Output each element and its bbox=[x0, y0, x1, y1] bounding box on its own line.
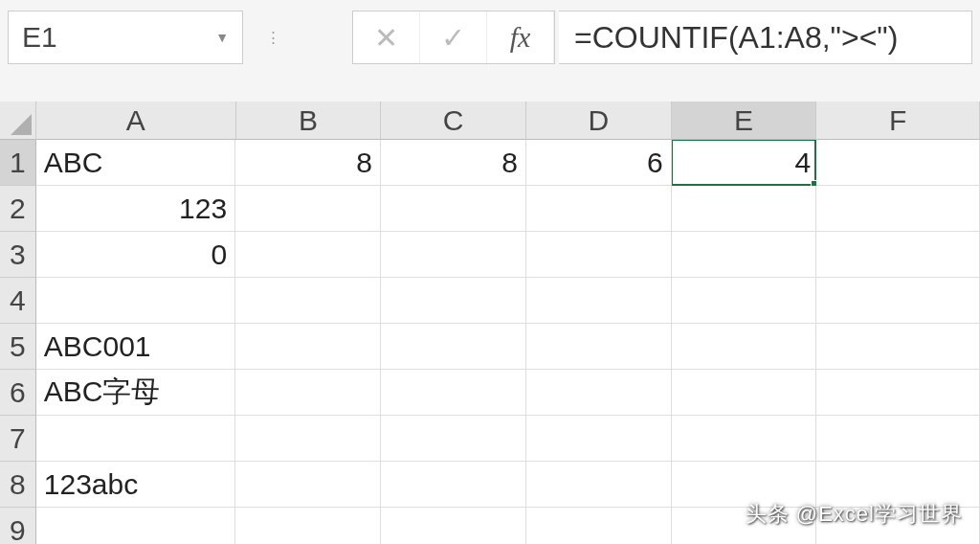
fx-icon[interactable]: fx bbox=[487, 11, 554, 63]
row-header-6[interactable]: 6 bbox=[0, 370, 36, 416]
cell-B7[interactable] bbox=[235, 416, 381, 462]
cell-B1[interactable]: 8 bbox=[235, 140, 381, 186]
name-box-dropdown-icon[interactable]: ▼ bbox=[215, 30, 229, 45]
name-box-value: E1 bbox=[22, 21, 57, 54]
cancel-icon[interactable]: ✕ bbox=[353, 11, 420, 63]
cell-A2[interactable]: 123 bbox=[36, 186, 235, 232]
cell-C2[interactable] bbox=[381, 186, 526, 232]
row-header-5[interactable]: 5 bbox=[0, 324, 36, 370]
cell-E3[interactable] bbox=[672, 232, 817, 278]
cell-C9[interactable] bbox=[381, 508, 526, 544]
expand-formula-bar-icon[interactable]: ⋮ bbox=[258, 11, 287, 64]
cell-C4[interactable] bbox=[381, 278, 526, 324]
cell-A4[interactable] bbox=[36, 278, 235, 324]
cell-D2[interactable] bbox=[526, 186, 672, 232]
cell-E6[interactable] bbox=[672, 370, 817, 416]
row-header-3[interactable]: 3 bbox=[0, 232, 36, 278]
cell-A9[interactable] bbox=[36, 508, 235, 544]
cell-D4[interactable] bbox=[526, 278, 672, 324]
cell-F7[interactable] bbox=[816, 416, 980, 462]
row-7: 7 bbox=[0, 416, 980, 462]
row-6: 6 ABC字母 bbox=[0, 370, 980, 416]
cell-C8[interactable] bbox=[381, 462, 526, 508]
cell-B9[interactable] bbox=[235, 508, 381, 544]
cell-A7[interactable] bbox=[36, 416, 235, 462]
cell-D5[interactable] bbox=[526, 324, 672, 370]
row-2: 2 123 bbox=[0, 186, 980, 232]
cell-A5[interactable]: ABC001 bbox=[36, 324, 235, 370]
cell-F2[interactable] bbox=[816, 186, 980, 232]
cell-D7[interactable] bbox=[526, 416, 672, 462]
cell-E4[interactable] bbox=[672, 278, 817, 324]
formula-text: =COUNTIF(A1:A8,"><") bbox=[574, 20, 898, 56]
cell-F4[interactable] bbox=[816, 278, 980, 324]
cell-A6[interactable]: ABC字母 bbox=[36, 370, 235, 416]
spreadsheet-grid[interactable]: A B C D E F 1 ABC 8 8 6 4 2 123 3 0 4 bbox=[0, 102, 980, 544]
cell-B2[interactable] bbox=[235, 186, 381, 232]
cell-B5[interactable] bbox=[235, 324, 381, 370]
cell-E7[interactable] bbox=[672, 416, 817, 462]
cell-B6[interactable] bbox=[235, 370, 381, 416]
formula-input[interactable]: =COUNTIF(A1:A8,"><") bbox=[559, 11, 972, 64]
cell-D9[interactable] bbox=[526, 508, 672, 544]
confirm-icon[interactable]: ✓ bbox=[420, 11, 487, 63]
row-1: 1 ABC 8 8 6 4 bbox=[0, 140, 980, 186]
column-header-row: A B C D E F bbox=[0, 102, 980, 140]
cell-C1[interactable]: 8 bbox=[381, 140, 526, 186]
cell-D8[interactable] bbox=[526, 462, 672, 508]
cell-A3[interactable]: 0 bbox=[36, 232, 235, 278]
row-5: 5 ABC001 bbox=[0, 324, 980, 370]
cell-D6[interactable] bbox=[526, 370, 672, 416]
cell-D1[interactable]: 6 bbox=[526, 140, 672, 186]
watermark: 头条 @Excel学习世界 bbox=[746, 500, 963, 529]
cell-F6[interactable] bbox=[816, 370, 980, 416]
cell-C6[interactable] bbox=[381, 370, 526, 416]
cell-C5[interactable] bbox=[381, 324, 526, 370]
cell-D3[interactable] bbox=[526, 232, 672, 278]
cell-E2[interactable] bbox=[672, 186, 817, 232]
cell-A8[interactable]: 123abc bbox=[36, 462, 235, 508]
col-header-E[interactable]: E bbox=[672, 102, 817, 140]
cell-B3[interactable] bbox=[235, 232, 381, 278]
col-header-B[interactable]: B bbox=[236, 102, 382, 140]
col-header-C[interactable]: C bbox=[381, 102, 526, 140]
row-header-1[interactable]: 1 bbox=[0, 140, 36, 186]
cell-E5[interactable] bbox=[672, 324, 817, 370]
row-header-8[interactable]: 8 bbox=[0, 462, 36, 508]
col-header-F[interactable]: F bbox=[816, 102, 980, 140]
cell-C3[interactable] bbox=[381, 232, 526, 278]
row-header-2[interactable]: 2 bbox=[0, 186, 36, 232]
cell-F3[interactable] bbox=[816, 232, 980, 278]
formula-bar-area: E1 ▼ ⋮ ✕ ✓ fx =COUNTIF(A1:A8,"><") bbox=[0, 0, 980, 75]
col-header-D[interactable]: D bbox=[526, 102, 672, 140]
select-all-corner[interactable] bbox=[0, 102, 36, 140]
formula-bar-buttons: ✕ ✓ fx bbox=[352, 11, 555, 64]
cell-C7[interactable] bbox=[381, 416, 526, 462]
col-header-A[interactable]: A bbox=[36, 102, 236, 140]
row-header-4[interactable]: 4 bbox=[0, 278, 36, 324]
cell-F5[interactable] bbox=[816, 324, 980, 370]
cell-E1[interactable]: 4 bbox=[672, 140, 817, 186]
row-header-7[interactable]: 7 bbox=[0, 416, 36, 462]
row-3: 3 0 bbox=[0, 232, 980, 278]
cell-F1[interactable] bbox=[816, 140, 980, 186]
cell-B4[interactable] bbox=[235, 278, 381, 324]
name-box[interactable]: E1 ▼ bbox=[8, 11, 243, 64]
row-4: 4 bbox=[0, 278, 980, 324]
row-header-9[interactable]: 9 bbox=[0, 508, 36, 544]
cell-B8[interactable] bbox=[235, 462, 381, 508]
cell-A1[interactable]: ABC bbox=[36, 140, 235, 186]
